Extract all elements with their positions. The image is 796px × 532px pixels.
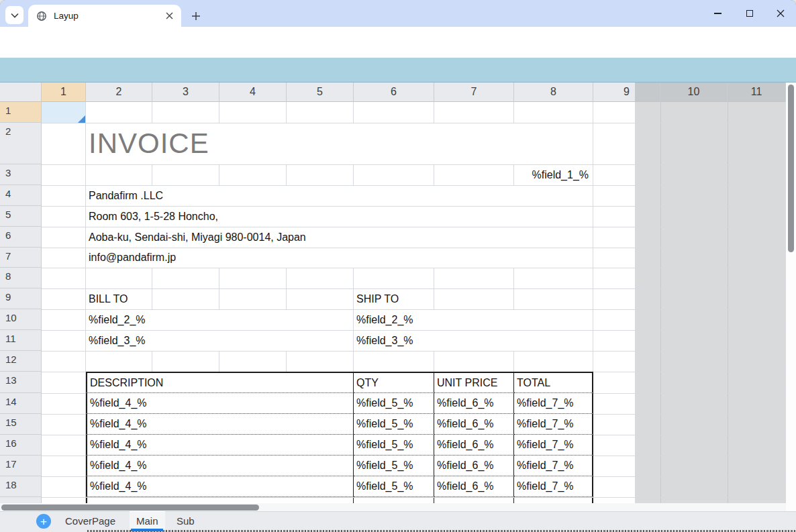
fill-handle[interactable] [78,115,85,123]
cell-r3-c2[interactable] [86,164,152,185]
cell-r16-c6[interactable]: %field_5_% [354,435,434,456]
cell-r12-c8[interactable] [514,351,593,372]
column-header-6[interactable]: 6 [354,83,434,102]
cell-r14-c8[interactable]: %field_7_% [514,393,593,414]
column-header-4[interactable]: 4 [219,83,287,102]
cell-r18-c7[interactable]: %field_6_% [434,476,514,497]
cell-r16-c8[interactable]: %field_7_% [514,435,593,456]
cell-r9-c3[interactable] [152,288,219,309]
row-header-4[interactable]: 4 [0,185,42,206]
cell-r3-c7[interactable] [434,164,514,185]
cell-r10-c6[interactable]: %field_2_% [354,309,593,330]
cell-r13-c1[interactable] [42,372,86,393]
add-sheet-button[interactable]: + [36,514,51,529]
cell-r10-c2[interactable]: %field_2_% [86,309,354,330]
row-header-12[interactable]: 12 [0,351,42,372]
cell-r3-c1[interactable] [42,164,86,185]
cell-r3-c4[interactable] [219,164,287,185]
minimize-button[interactable] [702,0,733,27]
column-header-9[interactable]: 9 [593,83,660,102]
cell-r8-c8[interactable] [514,268,593,288]
cell-r1-c3[interactable] [152,102,219,123]
cell-r4-c2[interactable]: Pandafirm .LLC [86,185,593,206]
cell-r9-c5[interactable] [287,288,354,309]
column-header-8[interactable]: 8 [514,83,593,102]
cell-r17-c8[interactable]: %field_7_% [514,456,593,476]
row-header-6[interactable]: 6 [0,227,42,248]
sheet-tab-main[interactable]: Main [130,511,165,531]
row-header-18[interactable]: 18 [0,476,42,497]
cell-r15-c7[interactable]: %field_6_% [434,414,514,435]
cell-r8-c4[interactable] [219,268,287,288]
cell-r12-c6[interactable] [354,351,434,372]
cell-r3-c6[interactable] [354,164,434,185]
cell-r14-c6[interactable]: %field_5_% [354,393,434,414]
cell-r17-c7[interactable]: %field_6_% [434,456,514,476]
cell-r15-c2[interactable]: %field_4_% [86,414,354,435]
cell-r17-c1[interactable] [42,456,86,476]
cell-r8-c1[interactable] [42,268,86,288]
row-header-7[interactable]: 7 [0,248,42,268]
column-header-2[interactable]: 2 [86,83,152,102]
cell-r8-c5[interactable] [287,268,354,288]
cell-r8-c6[interactable] [354,268,434,288]
row-header-11[interactable]: 11 [0,330,42,351]
cell-r2-c2[interactable]: INVOICE [86,123,593,164]
row-header-2[interactable]: 2 [0,123,42,164]
cell-r12-c7[interactable] [434,351,514,372]
cell-r1-c8[interactable] [514,102,593,123]
column-header-11[interactable]: 11 [728,83,786,102]
cell-r8-c2[interactable] [86,268,152,288]
cell-r1-c5[interactable] [287,102,354,123]
row-header-14[interactable]: 14 [0,393,42,414]
cell-r16-c7[interactable]: %field_6_% [434,435,514,456]
row-header-16[interactable]: 16 [0,435,42,456]
close-window-button[interactable] [765,0,796,27]
cell-r17-c2[interactable]: %field_4_% [86,456,354,476]
new-tab-button[interactable] [188,8,204,24]
cell-r11-c1[interactable] [42,330,86,351]
cell-r11-c6[interactable]: %field_3_% [354,330,593,351]
cell-r13-c8[interactable]: TOTAL [514,372,593,393]
cell-r7-c1[interactable] [42,248,86,268]
cell-r11-c2[interactable]: %field_3_% [86,330,354,351]
cell-r2-c1[interactable] [42,123,86,164]
cell-r9-c1[interactable] [42,288,86,309]
cell-r1-c6[interactable] [354,102,434,123]
cell-r9-c4[interactable] [219,288,287,309]
browser-tab[interactable]: Layup [28,5,181,27]
cell-r16-c1[interactable] [42,435,86,456]
cell-r8-c7[interactable] [434,268,514,288]
row-header-10[interactable]: 10 [0,309,42,330]
cell-r9-c6[interactable]: SHIP TO [354,288,434,309]
cell-r18-c8[interactable]: %field_7_% [514,476,593,497]
cell-r13-c7[interactable]: UNIT PRICE [434,372,514,393]
column-header-5[interactable]: 5 [287,83,354,102]
cell-r3-c5[interactable] [287,164,354,185]
horizontal-scrollbar[interactable] [0,503,786,511]
column-header-1[interactable]: 1 [42,83,86,102]
cell-r15-c6[interactable]: %field_5_% [354,414,434,435]
row-header-9[interactable]: 9 [0,288,42,309]
cell-r1-c2[interactable] [86,102,152,123]
cell-r14-c7[interactable]: %field_6_% [434,393,514,414]
cell-r18-c6[interactable]: %field_5_% [354,476,434,497]
cell-r9-c7[interactable] [434,288,514,309]
cell-r6-c1[interactable] [42,227,86,248]
sheet-tab-sub[interactable]: Sub [170,511,201,531]
cell-r9-c2[interactable]: BILL TO [86,288,152,309]
cell-r1-c1[interactable] [42,102,86,123]
maximize-button[interactable] [734,0,765,27]
cell-r16-c2[interactable]: %field_4_% [86,435,354,456]
cell-r18-c1[interactable] [42,476,86,497]
row-header-1[interactable]: 1 [0,102,42,123]
cell-r4-c1[interactable] [42,185,86,206]
cell-r12-c1[interactable] [42,351,86,372]
vertical-scrollbar[interactable] [786,83,796,511]
vertical-scrollbar-thumb[interactable] [788,85,794,252]
cell-r9-c8[interactable] [514,288,593,309]
row-header-17[interactable]: 17 [0,456,42,476]
cell-r1-c7[interactable] [434,102,514,123]
cell-r10-c1[interactable] [42,309,86,330]
horizontal-scrollbar-thumb[interactable] [1,504,259,511]
